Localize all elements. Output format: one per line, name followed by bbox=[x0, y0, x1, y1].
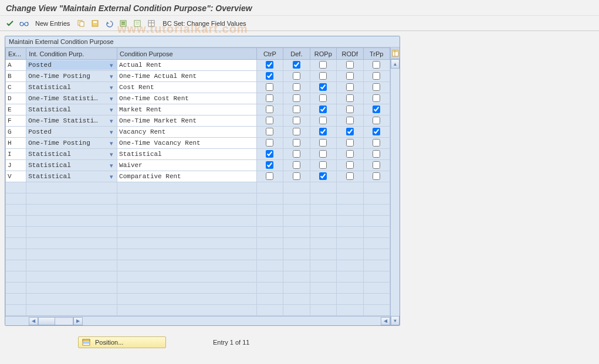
int-cond-value[interactable]: Posted bbox=[26, 127, 117, 137]
ctrp-checkbox[interactable] bbox=[266, 172, 273, 180]
scroll-left2-icon[interactable]: ◀ bbox=[381, 317, 390, 325]
trpp-checkbox[interactable] bbox=[373, 106, 380, 113]
table-row[interactable]: One-Time Posting▾ bbox=[6, 71, 390, 82]
chevron-down-icon[interactable]: ▾ bbox=[107, 72, 116, 80]
ex-input[interactable] bbox=[6, 161, 26, 170]
col-rodf[interactable]: RODf bbox=[337, 48, 363, 60]
trpp-checkbox[interactable] bbox=[373, 128, 380, 135]
def-checkbox[interactable] bbox=[293, 150, 300, 158]
cond-purpose-input[interactable] bbox=[117, 138, 256, 148]
trpp-checkbox[interactable] bbox=[373, 72, 380, 80]
ctrp-checkbox[interactable] bbox=[266, 117, 273, 124]
ropp-checkbox[interactable] bbox=[319, 150, 327, 158]
rodf-checkbox[interactable] bbox=[346, 117, 354, 124]
scroll-down-icon[interactable]: ▼ bbox=[391, 316, 400, 325]
scroll-up-icon[interactable]: ▲ bbox=[391, 59, 400, 69]
def-checkbox[interactable] bbox=[293, 106, 300, 113]
int-cond-value[interactable]: Posted bbox=[26, 60, 117, 70]
ropp-checkbox[interactable] bbox=[319, 139, 327, 147]
table-row[interactable]: Statistical▾ bbox=[6, 149, 390, 160]
rodf-checkbox[interactable] bbox=[346, 150, 354, 158]
col-cond-purpose[interactable]: Condition Purpose bbox=[117, 48, 257, 60]
table-row[interactable]: Posted▾ bbox=[6, 127, 390, 138]
ex-input[interactable] bbox=[6, 72, 26, 81]
rodf-checkbox[interactable] bbox=[346, 139, 354, 147]
ctrp-checkbox[interactable] bbox=[266, 61, 273, 69]
cond-purpose-input[interactable] bbox=[117, 72, 256, 81]
ropp-checkbox[interactable] bbox=[319, 61, 327, 69]
trpp-checkbox[interactable] bbox=[373, 161, 380, 169]
ex-input[interactable] bbox=[6, 94, 26, 103]
ctrp-checkbox[interactable] bbox=[266, 150, 273, 158]
int-cond-value[interactable]: Statistical bbox=[26, 149, 117, 159]
int-cond-value[interactable]: One-Time Statisti… bbox=[26, 116, 117, 125]
chevron-down-icon[interactable]: ▾ bbox=[107, 94, 116, 103]
rodf-checkbox[interactable] bbox=[346, 61, 354, 69]
save-variant-icon[interactable] bbox=[90, 18, 100, 29]
trpp-checkbox[interactable] bbox=[373, 139, 380, 147]
ctrp-checkbox[interactable] bbox=[266, 83, 273, 91]
table-icon[interactable] bbox=[146, 18, 157, 29]
cond-purpose-input[interactable] bbox=[117, 172, 256, 181]
cond-purpose-input[interactable] bbox=[117, 60, 256, 70]
cond-purpose-input[interactable] bbox=[117, 161, 256, 170]
ctrp-checkbox[interactable] bbox=[266, 139, 273, 147]
rodf-checkbox[interactable] bbox=[346, 72, 354, 80]
trpp-checkbox[interactable] bbox=[373, 94, 380, 102]
chevron-down-icon[interactable]: ▾ bbox=[107, 106, 116, 114]
ex-input[interactable] bbox=[6, 138, 26, 148]
ropp-checkbox[interactable] bbox=[319, 172, 327, 180]
ropp-checkbox[interactable] bbox=[319, 117, 327, 124]
def-checkbox[interactable] bbox=[293, 172, 300, 180]
ctrp-checkbox[interactable] bbox=[266, 161, 273, 169]
int-cond-value[interactable]: Statistical bbox=[26, 172, 117, 181]
trpp-checkbox[interactable] bbox=[373, 61, 380, 69]
trpp-checkbox[interactable] bbox=[373, 172, 380, 180]
chevron-down-icon[interactable]: ▾ bbox=[107, 161, 116, 169]
trpp-checkbox[interactable] bbox=[373, 117, 380, 124]
chevron-down-icon[interactable]: ▾ bbox=[107, 150, 116, 158]
rodf-checkbox[interactable] bbox=[346, 172, 354, 180]
def-checkbox[interactable] bbox=[293, 72, 300, 80]
select-all-icon[interactable] bbox=[118, 18, 128, 29]
ropp-checkbox[interactable] bbox=[319, 128, 327, 135]
def-checkbox[interactable] bbox=[293, 161, 300, 169]
chevron-down-icon[interactable]: ▾ bbox=[107, 139, 116, 147]
ropp-checkbox[interactable] bbox=[319, 72, 327, 80]
col-int-cond[interactable]: Int. Condition Purp. bbox=[26, 48, 117, 60]
table-row[interactable]: Statistical▾ bbox=[6, 171, 390, 182]
cond-purpose-input[interactable] bbox=[117, 149, 256, 159]
int-cond-value[interactable]: Statistical bbox=[26, 161, 117, 170]
def-checkbox[interactable] bbox=[293, 61, 300, 69]
bc-set-button[interactable]: BC Set: Change Field Values bbox=[160, 19, 248, 28]
chevron-down-icon[interactable]: ▾ bbox=[107, 172, 116, 181]
ropp-checkbox[interactable] bbox=[319, 94, 327, 102]
cond-purpose-input[interactable] bbox=[117, 116, 256, 125]
deselect-all-icon[interactable] bbox=[132, 18, 143, 29]
ex-input[interactable] bbox=[6, 116, 26, 125]
copy-icon[interactable] bbox=[76, 18, 86, 29]
trpp-checkbox[interactable] bbox=[373, 83, 380, 91]
ex-input[interactable] bbox=[6, 60, 26, 70]
horizontal-scrollbar[interactable]: ◀ ▶ ◀ ▶ bbox=[5, 316, 400, 325]
rodf-checkbox[interactable] bbox=[346, 161, 354, 169]
int-cond-value[interactable]: One-Time Posting bbox=[26, 138, 117, 148]
def-checkbox[interactable] bbox=[293, 83, 300, 91]
ex-input[interactable] bbox=[6, 83, 26, 92]
ex-input[interactable] bbox=[6, 149, 26, 159]
check-icon[interactable] bbox=[5, 18, 15, 29]
ctrp-checkbox[interactable] bbox=[266, 106, 273, 113]
chevron-down-icon[interactable]: ▾ bbox=[107, 83, 116, 91]
ropp-checkbox[interactable] bbox=[319, 161, 327, 169]
col-ex[interactable]: Ex... bbox=[6, 48, 26, 60]
table-row[interactable]: One-Time Statisti…▾ bbox=[6, 93, 390, 104]
glasses-icon[interactable] bbox=[19, 18, 29, 29]
def-checkbox[interactable] bbox=[293, 94, 300, 102]
table-row[interactable]: One-Time Statisti…▾ bbox=[6, 115, 390, 127]
ctrp-checkbox[interactable] bbox=[266, 128, 273, 135]
ex-input[interactable] bbox=[6, 172, 26, 181]
new-entries-button[interactable]: New Entries bbox=[33, 19, 72, 28]
def-checkbox[interactable] bbox=[293, 128, 300, 135]
chevron-down-icon[interactable]: ▾ bbox=[107, 61, 116, 69]
col-ctrp[interactable]: CtrP bbox=[256, 48, 283, 60]
